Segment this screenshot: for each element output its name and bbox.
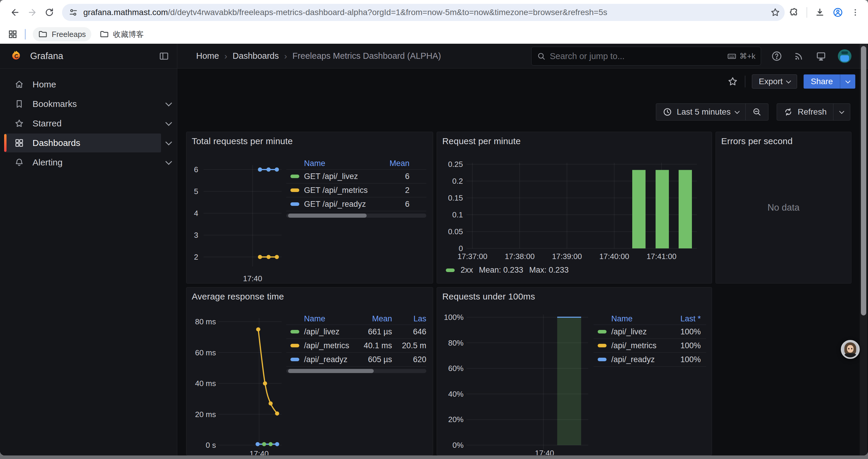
series-last: 20.5 m bbox=[392, 341, 426, 350]
legend-row[interactable]: /api/_readyz 605 µs 620 bbox=[286, 352, 426, 366]
legend-row[interactable]: /api/_livez 100% bbox=[593, 325, 706, 338]
legend-col-last[interactable]: Las bbox=[392, 314, 426, 323]
back-button[interactable] bbox=[6, 4, 24, 21]
legend-row[interactable]: GET /api/_metrics 2 bbox=[286, 183, 426, 197]
panel-errors-per-second: Errors per second No data bbox=[716, 132, 851, 284]
legend-scrollbar[interactable] bbox=[286, 369, 426, 373]
legend-col-mean[interactable]: Mean bbox=[356, 314, 392, 323]
sidebar-item-starred[interactable]: Starred bbox=[4, 114, 171, 133]
legend-col-mean[interactable]: Mean bbox=[374, 159, 409, 168]
download-icon[interactable] bbox=[815, 7, 825, 18]
legend-row[interactable]: /api/_readyz 100% bbox=[593, 352, 706, 366]
browser-window: grafana.mathmast.com/d/deytv4rwavabkb/fr… bbox=[0, 0, 868, 455]
chevron-down-icon[interactable] bbox=[165, 139, 172, 145]
panel-title[interactable]: Average response time bbox=[192, 292, 284, 302]
legend-col-name[interactable]: Name bbox=[593, 314, 665, 323]
url-text[interactable]: grafana.mathmast.com/d/deytv4rwavabkb/fr… bbox=[83, 8, 770, 17]
search-placeholder: Search or jump to... bbox=[550, 52, 727, 61]
extensions-icon[interactable] bbox=[789, 7, 799, 18]
svg-text:17:40:00: 17:40:00 bbox=[599, 252, 629, 261]
screen: grafana.mathmast.com/d/deytv4rwavabkb/fr… bbox=[0, 0, 868, 459]
legend-scrollbar-thumb[interactable] bbox=[288, 369, 374, 373]
legend-row[interactable]: /api/_metrics 40.1 ms 20.5 m bbox=[286, 338, 426, 352]
help-icon[interactable] bbox=[771, 51, 782, 62]
panel-title[interactable]: Requests under 100ms bbox=[442, 292, 535, 302]
bookmark-star-icon[interactable] bbox=[770, 7, 780, 18]
page-scrollbar-thumb[interactable] bbox=[861, 46, 866, 316]
svg-text:17:40: 17:40 bbox=[243, 274, 262, 283]
sidebar-item-home[interactable]: Home bbox=[4, 75, 171, 94]
export-button[interactable]: Export bbox=[752, 74, 797, 89]
series-max: Max: 0.233 bbox=[529, 266, 569, 275]
series-mean: 6 bbox=[374, 172, 409, 181]
url-path: /d/deytv4rwavabkb/freeleaps-metrics-dash… bbox=[168, 8, 607, 17]
favorite-star-button[interactable] bbox=[727, 76, 738, 87]
legend-col-last[interactable]: Last * bbox=[665, 314, 701, 323]
legend-row[interactable]: /api/_livez 661 µs 646 bbox=[286, 325, 426, 338]
svg-text:60 ms: 60 ms bbox=[195, 348, 216, 357]
forward-button[interactable] bbox=[24, 4, 41, 21]
legend-row[interactable]: /api/_metrics 100% bbox=[593, 338, 706, 352]
series-last: 620 bbox=[392, 355, 426, 364]
series-name: /api/_livez bbox=[304, 327, 339, 336]
legend-inline[interactable]: 2xx Mean: 0.233 Max: 0.233 bbox=[446, 266, 569, 275]
dashboard-toolbar: Export Share bbox=[727, 74, 855, 89]
breadcrumb-current: Freeleaps Metrics Dashboard (ALPHA) bbox=[292, 51, 441, 61]
assistant-avatar-button[interactable] bbox=[841, 340, 860, 359]
legend-col-name[interactable]: Name bbox=[286, 314, 356, 323]
browser-toolbar: grafana.mathmast.com/d/deytv4rwavabkb/fr… bbox=[0, 0, 868, 25]
legend-scrollbar[interactable] bbox=[286, 214, 426, 218]
legend-row[interactable]: GET /api/_livez 6 bbox=[286, 169, 426, 183]
legend-header: Name Mean bbox=[286, 157, 426, 169]
refresh-group: Refresh bbox=[777, 103, 850, 121]
breadcrumb-home[interactable]: Home bbox=[196, 51, 219, 61]
chevron-down-icon[interactable] bbox=[165, 119, 172, 126]
series-name: GET /api/_metrics bbox=[304, 186, 368, 195]
reload-button[interactable] bbox=[41, 4, 58, 21]
bookmark-label: 收藏博客 bbox=[113, 29, 144, 40]
legend-scrollbar-thumb[interactable] bbox=[288, 214, 367, 218]
news-rss-icon[interactable] bbox=[794, 51, 804, 61]
user-avatar[interactable] bbox=[838, 49, 851, 63]
series-mean: 605 µs bbox=[356, 355, 392, 364]
dock-menu-icon[interactable] bbox=[159, 51, 169, 61]
chevron-down-icon[interactable] bbox=[165, 100, 172, 107]
bookmark-folder-blogs[interactable]: 收藏博客 bbox=[94, 27, 149, 41]
grafana-logo[interactable] bbox=[10, 50, 23, 63]
time-range-picker[interactable]: Last 5 minutes bbox=[656, 104, 745, 120]
series-name: GET /api/_livez bbox=[304, 172, 358, 181]
refresh-interval-button[interactable] bbox=[833, 104, 850, 120]
series-name: /api/_readyz bbox=[611, 355, 655, 364]
panel-title[interactable]: Total requests per minute bbox=[192, 136, 293, 146]
monitor-icon[interactable] bbox=[815, 51, 827, 62]
svg-text:0.2: 0.2 bbox=[452, 177, 463, 186]
apps-grid-icon[interactable] bbox=[8, 29, 18, 39]
series-last: 100% bbox=[665, 327, 701, 336]
legend-table: Name Last * /api/_livez 100% /api/_metri… bbox=[593, 313, 706, 366]
page-scrollbar[interactable] bbox=[860, 44, 867, 455]
chevron-down-icon[interactable] bbox=[165, 158, 172, 165]
search-input[interactable]: Search or jump to... ⌘+k bbox=[531, 47, 761, 66]
sidebar-item-bookmarks[interactable]: Bookmarks bbox=[4, 95, 171, 113]
legend-col-name[interactable]: Name bbox=[286, 159, 374, 168]
series-mean: 2 bbox=[374, 186, 409, 195]
share-button[interactable]: Share bbox=[804, 74, 840, 89]
sidebar-item-alerting[interactable]: Alerting bbox=[4, 153, 171, 172]
site-settings-icon[interactable] bbox=[68, 8, 78, 17]
profile-icon[interactable] bbox=[833, 7, 843, 18]
svg-text:17:37:00: 17:37:00 bbox=[457, 252, 487, 261]
svg-text:0 s: 0 s bbox=[206, 441, 216, 450]
breadcrumb-dashboards[interactable]: Dashboards bbox=[232, 51, 279, 61]
sidebar-item-dashboards[interactable]: Dashboards bbox=[4, 133, 171, 153]
chevron-down-icon bbox=[845, 78, 850, 83]
refresh-button[interactable]: Refresh bbox=[777, 104, 833, 120]
svg-text:17:38:00: 17:38:00 bbox=[505, 252, 534, 261]
panel-title[interactable]: Request per minute bbox=[442, 136, 521, 146]
share-menu-button[interactable] bbox=[840, 74, 855, 89]
series-color-pill bbox=[290, 189, 299, 192]
browser-menu-icon[interactable] bbox=[851, 8, 860, 17]
bookmark-folder-freeleaps[interactable]: Freeleaps bbox=[33, 27, 91, 41]
legend-row[interactable]: GET /api/_readyz 6 bbox=[286, 197, 426, 211]
address-bar[interactable]: grafana.mathmast.com/d/deytv4rwavabkb/fr… bbox=[62, 4, 785, 21]
zoom-out-button[interactable] bbox=[745, 104, 768, 120]
